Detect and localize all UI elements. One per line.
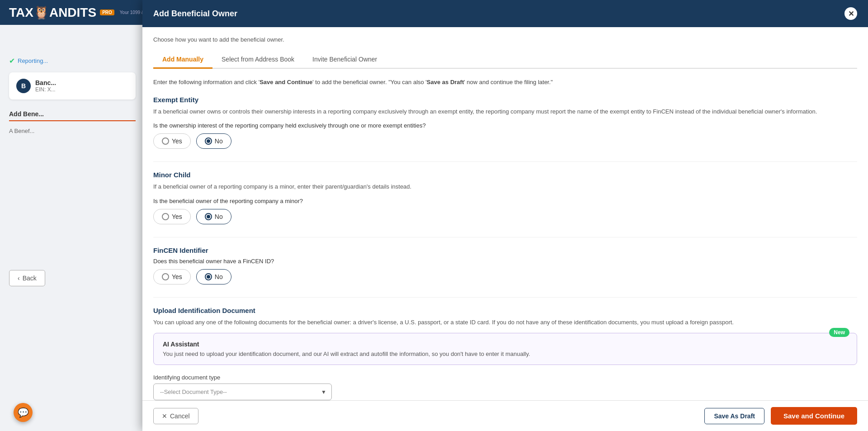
close-icon: ✕ [848,9,854,18]
minor-child-desc: If a beneficial owner of a reporting com… [153,182,857,191]
ai-assistant-title: AI Assistant [163,341,848,348]
cancel-button[interactable]: ✕ Cancel [153,408,198,424]
cancel-x-icon: ✕ [162,412,167,420]
back-button[interactable]: ‹ Back [9,270,45,286]
exempt-no-label: No [215,137,223,145]
modal-body: Choose how you want to add the beneficia… [142,27,868,400]
fincen-section: FinCEN Identifier Does this beneficial o… [153,246,857,284]
modal-footer: ✕ Cancel Save As Draft Save and Continue [142,400,868,431]
fincen-question: Does this beneficial owner have a FinCEN… [153,258,857,265]
doc-type-select[interactable]: --Select Document Type-- [153,384,332,400]
minor-child-question: Is the beneficial owner of the reporting… [153,198,857,204]
minor-child-title: Minor Child [153,171,857,179]
breadcrumb: ✔ Reporting... [9,57,136,65]
exempt-entity-question: Is the ownership interest of the reporti… [153,122,857,129]
company-name: Banc... [35,79,56,86]
fincen-title: FinCEN Identifier [153,246,857,254]
ai-assistant-box: New AI Assistant You just need to upload… [153,333,857,365]
tab-add-manually[interactable]: Add Manually [153,51,212,69]
minor-yes-option[interactable]: Yes [153,209,191,224]
footer-right-actions: Save As Draft Save and Continue [704,407,857,425]
new-badge: New [829,328,849,337]
tab-select-address-book[interactable]: Select from Address Book [212,51,303,69]
modal-tabs: Add Manually Select from Address Book In… [153,51,857,69]
fincen-no-option[interactable]: No [196,269,231,284]
logo-icon: TAX🦉ANDITS [9,5,96,20]
minor-child-section: Minor Child If a beneficial owner of a r… [153,171,857,224]
ai-assistant-desc: You just need to upload your identificat… [163,350,848,357]
doc-type-select-wrapper: --Select Document Type-- ▼ [153,384,332,400]
doc-type-label: Identifying document type [153,374,857,381]
upload-section-title: Upload Identification Document [153,307,857,314]
fincen-radio-group: Yes No [153,269,857,284]
minor-no-label: No [215,213,223,220]
company-ein: EIN: X... [35,86,56,93]
exempt-entity-title: Exempt Entity [153,96,857,104]
bene-desc: A Benef... [9,128,136,134]
exempt-yes-dot [162,137,169,145]
modal-subtitle: Choose how you want to add the beneficia… [153,36,857,43]
exempt-yes-option[interactable]: Yes [153,133,191,149]
fincen-yes-label: Yes [172,273,182,280]
minor-yes-label: Yes [172,213,182,220]
add-bene-heading: Add Bene... [9,110,136,121]
fincen-yes-option[interactable]: Yes [153,269,191,284]
modal-close-button[interactable]: ✕ [844,7,857,20]
fincen-no-label: No [215,273,223,280]
add-beneficial-owner-modal: Add Beneficial Owner ✕ Choose how you wa… [142,0,868,431]
save-draft-button[interactable]: Save As Draft [704,408,764,424]
exempt-yes-label: Yes [172,137,182,145]
chat-bubble-button[interactable]: 💬 [14,403,33,422]
modal-header: Add Beneficial Owner ✕ [142,0,868,27]
upload-section-desc: You can upload any one of the following … [153,318,857,327]
tab-invite-beneficial-owner[interactable]: Invite Beneficial Owner [303,51,386,69]
upload-section: Upload Identification Document You can u… [153,307,857,401]
exempt-entity-radio-group: Yes No [153,133,857,149]
minor-child-radio-group: Yes No [153,209,857,224]
company-card: B Banc... EIN: X... [9,72,136,99]
info-text: Enter the following information and clic… [153,78,857,87]
exempt-no-option[interactable]: No [196,133,231,149]
minor-no-option[interactable]: No [196,209,231,224]
modal-title: Add Beneficial Owner [153,9,237,19]
back-arrow-icon: ‹ [18,275,20,282]
exempt-entity-section: Exempt Entity If a beneficial owner owns… [153,96,857,149]
pro-badge: PRO [100,9,114,15]
fincen-yes-dot [162,273,169,280]
save-continue-button[interactable]: Save and Continue [771,407,857,425]
minor-no-dot [205,213,212,220]
fincen-no-dot [205,273,212,280]
company-avatar: B [16,79,31,93]
exempt-no-dot [205,137,212,145]
minor-yes-dot [162,213,169,220]
exempt-entity-desc: If a beneficial owner owns or controls t… [153,107,857,116]
breadcrumb-check-icon: ✔ [9,57,15,65]
